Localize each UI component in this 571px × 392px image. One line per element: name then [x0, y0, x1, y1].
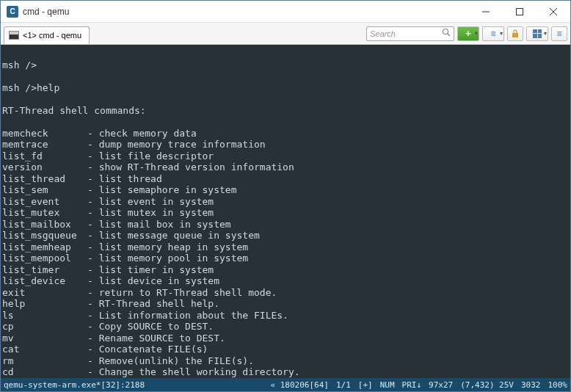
command-desc: - dump memory trace information [87, 139, 266, 150]
window-controls [469, 1, 570, 23]
command-list: memcheck- check memory datamemtrace- dum… [2, 128, 569, 379]
status-zoom: 100% [548, 380, 568, 390]
command-name: version [2, 161, 87, 173]
command-row: list_mutex- list mutex in system [2, 207, 569, 219]
menu-button[interactable]: ≡ [482, 26, 504, 41]
command-desc: - show RT-Thread version information [87, 161, 294, 173]
console-icon [9, 31, 19, 40]
search-input[interactable] [370, 29, 442, 38]
command-row: list_msgqueue- list message queue in sys… [2, 230, 569, 242]
svg-point-4 [443, 29, 448, 35]
command-desc: - list semaphore in system [87, 184, 237, 196]
minimize-button[interactable] [469, 1, 503, 23]
titlebar: C cmd - qemu [1, 1, 570, 23]
commands-header: RT-Thread shell commands: [2, 105, 569, 117]
command-name: cp [2, 321, 87, 333]
command-desc: - list event in system [87, 196, 214, 208]
svg-rect-1 [517, 8, 523, 15]
command-row: cd- Change the shell working directory. [2, 366, 569, 378]
command-row: list_timer- list timer in system [2, 264, 569, 276]
prompt-line: msh />help [2, 82, 569, 94]
status-encoding: « 180206[64] [270, 380, 328, 390]
command-name: cd [2, 366, 87, 378]
command-name: exit [2, 287, 87, 299]
command-name: list_sem [2, 184, 87, 196]
terminal-output[interactable]: msh /> msh />help RT-Thread shell comman… [1, 45, 570, 378]
maximize-button[interactable] [503, 1, 537, 23]
status-cursor: (7,432) 25V [460, 380, 514, 390]
command-name: list_mempool [2, 253, 87, 264]
command-name: list_mailbox [2, 219, 87, 231]
command-desc: - RT-Thread shell help. [87, 298, 219, 310]
status-pid: 3032 [521, 380, 541, 390]
command-row: help- RT-Thread shell help. [2, 298, 569, 310]
command-row: list_fd- list file descriptor [2, 150, 569, 162]
command-name: cat [2, 344, 87, 355]
command-desc: - list mail box in system [87, 219, 231, 231]
command-desc: - Copy SOURCE to DEST. [87, 321, 214, 333]
command-desc: - Change the shell working directory. [87, 366, 300, 378]
command-row: list_sem- list semaphore in system [2, 184, 569, 196]
close-button[interactable] [537, 1, 570, 23]
command-row: mv- Rename SOURCE to DEST. [2, 333, 569, 344]
command-row: rm- Remove(unlink) the FILE(s). [2, 355, 569, 367]
command-desc: - list thread [87, 173, 162, 185]
command-row: memcheck- check memory data [2, 128, 569, 139]
command-row: ls- List information about the FILEs. [2, 310, 569, 322]
lock-button[interactable] [507, 26, 523, 41]
command-desc: - list message queue in system [87, 230, 260, 242]
app-icon: C [7, 6, 18, 18]
command-name: memtrace [2, 139, 87, 150]
command-row: version- show RT-Thread version informat… [2, 161, 569, 173]
command-desc: - list mutex in system [87, 207, 214, 219]
command-name: list_device [2, 275, 87, 287]
window-title: cmd - qemu [23, 7, 469, 17]
command-row: list_memheap- list memory heap in system [2, 242, 569, 253]
command-name: memcheck [2, 128, 87, 139]
command-desc: - list memory heap in system [87, 242, 248, 253]
command-row: list_mempool- list memory pool in system [2, 253, 569, 264]
prompt-line: msh /> [2, 59, 569, 71]
command-name: list_thread [2, 173, 87, 185]
terminal-tab[interactable]: <1> cmd - qemu [4, 26, 90, 44]
status-flag: [+] [358, 380, 373, 390]
command-desc: - List information about the FILEs. [87, 310, 288, 322]
command-row: cat- Concatenate FILE(s) [2, 344, 569, 355]
command-name: help [2, 298, 87, 310]
command-name: list_memheap [2, 242, 87, 253]
command-row: memtrace- dump memory trace information [2, 139, 569, 150]
search-box[interactable] [366, 26, 454, 41]
tab-label: <1> cmd - qemu [23, 31, 81, 40]
command-desc: - check memory data [87, 128, 197, 139]
toolbar: <1> cmd - qemu ＋ ≡ ≡ [1, 23, 570, 45]
status-priority: PRI↓ [402, 380, 422, 390]
search-icon[interactable] [442, 28, 451, 39]
command-row: exit- return to RT-Thread shell mode. [2, 287, 569, 299]
command-name: list_event [2, 196, 87, 208]
layout-button[interactable] [526, 26, 548, 41]
command-row: list_event- list event in system [2, 196, 569, 208]
grid-icon [533, 29, 542, 38]
statusbar: qemu-system-arm.exe*[32]:2188 « 180206[6… [1, 378, 570, 391]
command-name: ls [2, 310, 87, 322]
command-desc: - Rename SOURCE to DEST. [87, 333, 225, 344]
command-row: list_device- list device in system [2, 275, 569, 287]
command-name: rm [2, 355, 87, 367]
command-desc: - list timer in system [87, 264, 214, 276]
svg-line-5 [448, 34, 450, 36]
command-name: list_timer [2, 264, 87, 276]
svg-rect-6 [512, 33, 518, 37]
command-desc: - Remove(unlink) the FILE(s). [87, 355, 254, 367]
command-desc: - list memory pool in system [87, 253, 248, 264]
command-name: mv [2, 333, 87, 344]
command-desc: - return to RT-Thread shell mode. [87, 287, 277, 299]
command-desc: - list file descriptor [87, 150, 214, 162]
status-size: 97x27 [429, 380, 453, 390]
new-tab-button[interactable]: ＋ [457, 26, 479, 41]
hamburger-button[interactable]: ≡ [551, 26, 567, 41]
status-process: qemu-system-arm.exe*[32]:2188 [4, 380, 145, 390]
command-name: list_mutex [2, 207, 87, 219]
command-row: cp- Copy SOURCE to DEST. [2, 321, 569, 333]
command-row: list_thread- list thread [2, 173, 569, 185]
command-name: list_msgqueue [2, 230, 87, 242]
